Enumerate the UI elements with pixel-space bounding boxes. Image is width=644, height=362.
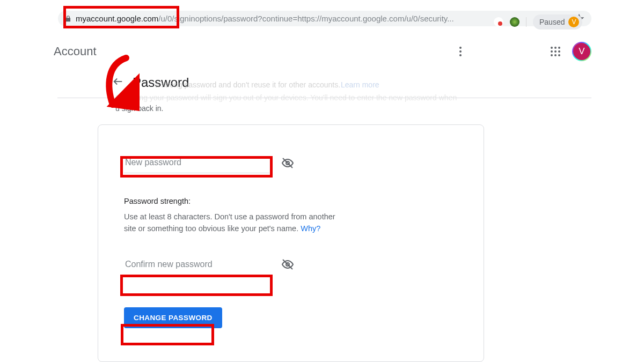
url-host: myaccount.google.com: [76, 14, 158, 23]
header-divider: [57, 98, 591, 98]
toolbar-divider: [526, 17, 526, 27]
toggle-visibility-icon[interactable]: [281, 157, 294, 172]
password-strength-section: Password strength: Use at least 8 charac…: [124, 197, 339, 235]
product-name: Account: [54, 45, 97, 58]
apps-grid-icon[interactable]: [551, 47, 560, 56]
app-header: Account V: [54, 42, 591, 61]
more-options-icon[interactable]: [455, 46, 466, 57]
toggle-visibility-icon[interactable]: [281, 258, 294, 273]
new-password-row: [124, 154, 458, 173]
strength-text: Use at least 8 characters. Don't use a p…: [124, 211, 339, 235]
intro-text-1: a strong password and don't reuse it for…: [155, 79, 340, 91]
lock-icon: [64, 15, 71, 23]
strength-label: Password strength:: [124, 197, 339, 205]
why-link[interactable]: Why?: [301, 224, 320, 233]
paused-label: Paused: [539, 18, 565, 26]
back-arrow-icon[interactable]: [112, 76, 124, 90]
learn-more-link[interactable]: Learn more: [341, 79, 379, 91]
change-password-button[interactable]: Change password: [124, 307, 222, 328]
intro-text-2b: u sign back in.: [115, 103, 164, 114]
extension-icon-2[interactable]: [510, 17, 519, 27]
account-avatar[interactable]: V: [572, 42, 591, 61]
password-card: Password strength: Use at least 8 charac…: [98, 124, 484, 362]
profile-paused-chip[interactable]: Paused V: [533, 14, 582, 29]
avatar-letter: V: [573, 43, 590, 60]
url-path: /u/0/signinoptions/password?continue=htt…: [158, 14, 453, 23]
extension-icon-1[interactable]: [494, 17, 503, 27]
new-password-input[interactable]: [124, 154, 269, 173]
profile-avatar-small: V: [568, 17, 579, 27]
confirm-password-input[interactable]: [124, 256, 269, 275]
confirm-password-row: [124, 256, 458, 275]
toolbar-extras: Paused V: [494, 14, 582, 29]
